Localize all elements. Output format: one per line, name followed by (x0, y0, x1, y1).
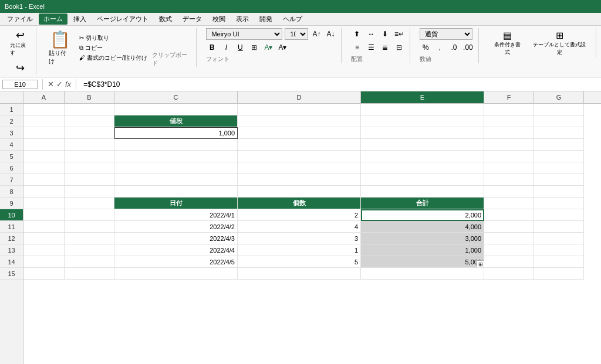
cell-c5[interactable] (114, 151, 238, 162)
paste-button[interactable]: 📋 貼り付け (46, 28, 75, 67)
increase-decimal-button[interactable]: .0 (448, 42, 460, 53)
cell-c1[interactable] (114, 104, 238, 115)
cell-f5[interactable] (484, 151, 534, 162)
cell-d4[interactable] (238, 139, 361, 151)
undo-button[interactable]: ↩ 元に戻す (7, 27, 33, 59)
cancel-formula-icon[interactable]: ✕ (48, 80, 54, 89)
formula-input[interactable]: =$C$3*D10 (81, 80, 599, 89)
align-top-button[interactable]: ⬆ (351, 28, 363, 40)
cell-b1[interactable] (65, 104, 114, 115)
cell-b6[interactable] (65, 162, 114, 174)
cell-b10[interactable] (65, 209, 114, 221)
copy-button[interactable]: ⧉ コピー (77, 43, 150, 53)
cell-d5[interactable] (238, 151, 361, 162)
cell-e7[interactable] (361, 174, 484, 186)
cell-b13[interactable] (65, 244, 114, 256)
row-header-13[interactable]: 13 (0, 244, 23, 256)
cell-e14[interactable]: 5,000 ⊞ (361, 256, 484, 268)
cell-g11[interactable] (534, 221, 584, 233)
cell-f3[interactable] (484, 127, 534, 139)
cell-g13[interactable] (534, 244, 584, 256)
cell-d3[interactable] (238, 127, 361, 139)
cell-d7[interactable] (238, 174, 361, 186)
cell-e2[interactable] (361, 115, 484, 127)
cell-c8[interactable] (114, 186, 238, 198)
cell-c6[interactable] (114, 162, 238, 174)
row-header-6[interactable]: 6 (0, 162, 23, 174)
cell-d12[interactable]: 3 (238, 233, 361, 244)
cell-b2[interactable] (65, 115, 114, 127)
row-header-9[interactable]: 9 (0, 198, 23, 209)
cell-f10[interactable] (484, 209, 534, 221)
insert-function-icon[interactable]: fx (65, 80, 71, 89)
underline-button[interactable]: U (234, 42, 246, 53)
menu-review[interactable]: 校閲 (208, 13, 230, 25)
cell-e5[interactable] (361, 151, 484, 162)
cell-c4[interactable] (114, 139, 238, 151)
row-header-4[interactable]: 4 (0, 139, 23, 151)
wrap-text-button[interactable]: ≡↵ (393, 28, 405, 40)
cell-d1[interactable] (238, 104, 361, 115)
cell-e11[interactable]: 4,000 (361, 221, 484, 233)
cell-a14[interactable] (23, 256, 65, 268)
cell-g6[interactable] (534, 162, 584, 174)
menu-pagelayout[interactable]: ページレイアウト (92, 13, 153, 25)
fill-color-button[interactable]: A▾ (262, 42, 274, 53)
format-copy-button[interactable]: 🖌 書式のコピー/貼り付け (77, 53, 150, 63)
col-header-g[interactable]: G (534, 91, 584, 103)
paste-options-icon[interactable]: ⊞ (477, 260, 484, 268)
cell-f11[interactable] (484, 221, 534, 233)
cell-d10[interactable]: 2 (238, 209, 361, 221)
cell-f15[interactable] (484, 268, 534, 280)
bold-button[interactable]: B (206, 42, 218, 53)
conditional-format-button[interactable]: ▤ 条件付き書式 (488, 28, 525, 58)
cell-a12[interactable] (23, 233, 65, 244)
cell-e8[interactable] (361, 186, 484, 198)
decrease-decimal-button[interactable]: .00 (462, 42, 474, 53)
cell-a9[interactable] (23, 198, 65, 209)
cell-a8[interactable] (23, 186, 65, 198)
cell-b5[interactable] (65, 151, 114, 162)
cell-g10[interactable] (534, 209, 584, 221)
cell-e13[interactable]: 1,000 (361, 244, 484, 256)
cell-b3[interactable] (65, 127, 114, 139)
cell-g9[interactable] (534, 198, 584, 209)
cell-g7[interactable] (534, 174, 584, 186)
cell-f7[interactable] (484, 174, 534, 186)
cell-c15[interactable] (114, 268, 238, 280)
cell-f6[interactable] (484, 162, 534, 174)
cell-d9[interactable]: 個数 (238, 198, 361, 209)
row-header-3[interactable]: 3 (0, 127, 23, 139)
cell-a5[interactable] (23, 151, 65, 162)
redo-button[interactable]: ↪ (11, 60, 30, 76)
row-header-14[interactable]: 14 (0, 256, 23, 268)
cell-c2[interactable]: 値段 (114, 115, 238, 127)
cell-a13[interactable] (23, 244, 65, 256)
cell-e6[interactable] (361, 162, 484, 174)
increase-font-button[interactable]: A↑ (310, 28, 322, 40)
cell-g12[interactable] (534, 233, 584, 244)
cell-d8[interactable] (238, 186, 361, 198)
cell-b15[interactable] (65, 268, 114, 280)
menu-view[interactable]: 表示 (231, 13, 254, 25)
align-left-button[interactable]: ≡ (351, 42, 363, 53)
row-header-8[interactable]: 8 (0, 186, 23, 198)
menu-help[interactable]: ヘルプ (278, 13, 307, 25)
cell-c12[interactable]: 2022/4/3 (114, 233, 238, 244)
align-middle-button[interactable]: ↔ (365, 28, 377, 40)
cell-f1[interactable] (484, 104, 534, 115)
cell-c3[interactable]: 1,000 (114, 127, 238, 139)
cell-g8[interactable] (534, 186, 584, 198)
row-header-1[interactable]: 1 (0, 104, 23, 115)
cell-d13[interactable]: 1 (238, 244, 361, 256)
cell-c13[interactable]: 2022/4/4 (114, 244, 238, 256)
border-button[interactable]: ⊞ (248, 42, 260, 53)
decrease-font-button[interactable]: A↓ (325, 28, 336, 40)
merge-button[interactable]: ⊟ (393, 42, 405, 53)
cell-a10[interactable] (23, 209, 65, 221)
cell-f2[interactable] (484, 115, 534, 127)
row-header-11[interactable]: 11 (0, 221, 23, 233)
cell-g15[interactable] (534, 268, 584, 280)
cell-g14[interactable] (534, 256, 584, 268)
row-header-10[interactable]: 10 (0, 209, 23, 221)
